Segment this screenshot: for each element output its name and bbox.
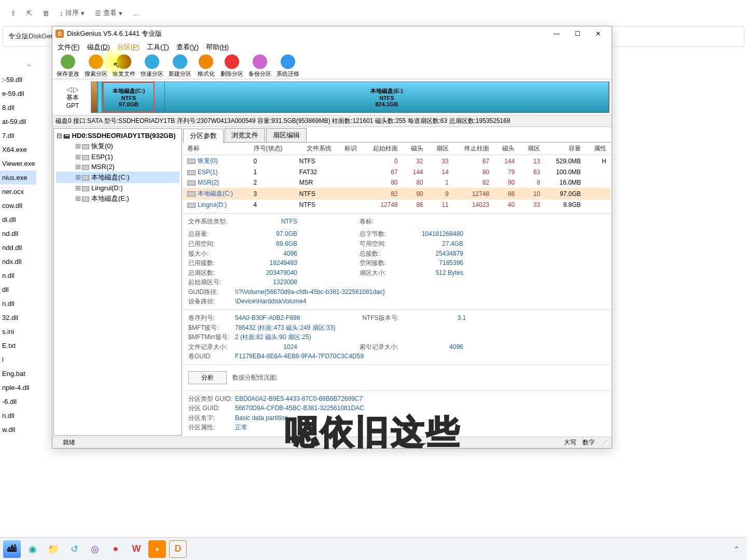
tree-item-0[interactable]: ⊞恢复(0)	[56, 141, 179, 152]
tool-3[interactable]: 快速分区	[139, 53, 165, 79]
taskbar-app-5[interactable]: ◎	[86, 540, 104, 558]
tool-8[interactable]: 系统迁移	[274, 53, 301, 79]
close-button[interactable]: ✕	[588, 26, 608, 41]
status-caps: 大写	[564, 438, 576, 447]
taskbar-app-8[interactable]: ●	[148, 540, 166, 558]
file-item[interactable]: :-59.dll	[0, 73, 36, 87]
menu-t[interactable]: 工具(T)	[144, 41, 172, 53]
tool-0[interactable]: 保存更改	[54, 53, 81, 79]
tool-5[interactable]: 格式化	[195, 53, 217, 79]
file-item[interactable]: e-59.dll	[0, 87, 36, 101]
col-header[interactable]: 文件系统	[295, 143, 336, 155]
file-item[interactable]: Eng.bat	[0, 367, 36, 381]
maximize-button[interactable]: ☐	[567, 26, 588, 41]
view-dropdown[interactable]: ☰ 查看 ▾	[95, 8, 122, 18]
file-item[interactable]: cow.dll	[0, 199, 36, 213]
file-item[interactable]: nple-4.dll	[0, 381, 36, 395]
file-item[interactable]: E.txt	[0, 339, 36, 353]
col-header[interactable]: 扇区	[427, 143, 453, 155]
col-header[interactable]: 标识	[336, 143, 361, 155]
disk-bars[interactable]: 本地磁盘(C:) NTFS 97.0GB 本地磁盘(E:) NTFS 824.1…	[91, 81, 610, 113]
partition-table: 卷标序号(状态)文件系统标识起始柱面磁头扇区终止柱面磁头扇区容量属性 恢复(0)…	[183, 143, 611, 213]
delete-icon[interactable]: 🗑	[43, 9, 49, 17]
file-item[interactable]: n.dll	[0, 409, 36, 423]
taskbar-diskgenius[interactable]: D	[169, 540, 187, 558]
file-item[interactable]: 32.dll	[0, 311, 36, 325]
tree-root[interactable]: ⊟🖴 HD0:SSDHEORIADY1TB(932GB)	[56, 131, 179, 141]
file-item[interactable]: n.dll	[0, 269, 36, 283]
resize-grip-icon[interactable]: ⋰	[601, 439, 607, 446]
file-item[interactable]: s.ini	[0, 325, 36, 339]
tab-1[interactable]: 浏览文件	[225, 128, 265, 142]
file-item[interactable]: -6.dll	[0, 395, 36, 409]
sort-dropdown[interactable]: ↕ 排序 ▾	[60, 8, 85, 18]
file-item[interactable]: Viewer.exe	[0, 157, 36, 171]
tree-item-2[interactable]: ⊞MSR(2)	[56, 162, 179, 172]
col-header[interactable]: 扇区	[519, 143, 544, 155]
menu-p[interactable]: 分区(P)	[114, 41, 143, 53]
file-item[interactable]: w.dll	[0, 423, 36, 437]
tree-item-3[interactable]: ⊞本地磁盘(C:)	[56, 172, 179, 183]
partition-bar-c[interactable]: 本地磁盘(C:) NTFS 97.0GB	[103, 82, 155, 113]
tool-1[interactable]: 搜索分区	[82, 53, 109, 79]
taskbar-explorer[interactable]: 📁	[45, 540, 62, 558]
share-icon[interactable]: ⇪	[10, 9, 16, 17]
taskbar-wps[interactable]: W	[128, 540, 145, 558]
file-item[interactable]: ndx.dll	[0, 255, 36, 269]
tree-item-1[interactable]: ⊞ESP(1)	[56, 152, 179, 162]
table-row[interactable]: MSR(2)2MSR808018290816.0MB	[183, 177, 611, 188]
file-item[interactable]: 8.dll	[0, 101, 36, 115]
allocation-label: 数据分配情况图:	[232, 374, 278, 381]
file-item[interactable]: X64.exe	[0, 143, 36, 157]
file-item[interactable]: nius.exe	[0, 171, 36, 185]
table-row[interactable]: ESP(1)1FAT326714414807963100.0MB	[183, 167, 611, 177]
tab-0[interactable]: 分区参数	[183, 129, 224, 143]
analyze-button[interactable]: 分析	[188, 371, 227, 384]
tray-chevron-icon[interactable]: ⌃	[734, 545, 740, 553]
file-item[interactable]: n.dll	[0, 297, 36, 311]
menu-v[interactable]: 查看(V)	[173, 41, 202, 53]
minimize-button[interactable]: —	[546, 26, 567, 41]
taskbar-app-4[interactable]: ↺	[65, 540, 83, 558]
menu-f[interactable]: 文件(F)	[54, 41, 83, 53]
tree-item-4[interactable]: ⊞Lingrui(D:)	[56, 183, 179, 193]
tool-4[interactable]: 新建分区	[167, 53, 193, 79]
share2-icon[interactable]: ⇱	[26, 9, 32, 17]
table-row[interactable]: Lingrui(D:)4NTFS1274886111402340339.8GB	[183, 200, 611, 210]
taskbar-app-6[interactable]: ●	[107, 540, 125, 558]
col-header[interactable]: 终止柱面	[453, 143, 493, 155]
partition-bar-d[interactable]	[155, 82, 165, 113]
col-header[interactable]: 磁头	[493, 143, 519, 155]
tool-7[interactable]: 备份分区	[246, 53, 273, 79]
col-header[interactable]: 起始柱面	[361, 143, 402, 155]
file-item[interactable]: ner.ocx	[0, 185, 36, 199]
file-item[interactable]: dll	[0, 283, 36, 297]
file-item[interactable]: ndd.dll	[0, 241, 36, 255]
col-header[interactable]: 序号(状态)	[250, 143, 295, 155]
file-item[interactable]: di.dll	[0, 213, 36, 227]
col-header[interactable]: 属性	[585, 143, 611, 155]
partition-bar-e[interactable]: 本地磁盘(E:) NTFS 824.1GB	[165, 82, 609, 113]
col-header[interactable]: 卷标	[183, 143, 250, 155]
file-item[interactable]: at-59.dll	[0, 115, 36, 129]
tree-item-5[interactable]: ⊞本地磁盘(E:)	[56, 193, 179, 204]
tab-2[interactable]: 扇区编辑	[266, 128, 307, 142]
tool-6[interactable]: 删除分区	[218, 53, 245, 79]
table-row[interactable]: 恢复(0)0NTFS032336714413529.0MBH	[183, 155, 611, 167]
prev-disk-icon[interactable]: ◁	[66, 85, 72, 93]
menu-h[interactable]: 帮助(H)	[203, 41, 232, 53]
taskbar-app-1[interactable]: 🏙	[3, 540, 21, 558]
col-header[interactable]: 磁头	[402, 143, 427, 155]
file-item[interactable]: 7.dll	[0, 129, 36, 143]
partition-bar-recovery[interactable]	[91, 82, 98, 113]
menu-d[interactable]: 磁盘(D)	[84, 41, 113, 53]
next-disk-icon[interactable]: ▷	[73, 85, 79, 93]
more-icon[interactable]: …	[133, 9, 140, 17]
taskbar-edge[interactable]: ◉	[24, 540, 42, 558]
file-item[interactable]: nd.dll	[0, 227, 36, 241]
table-row[interactable]: 本地磁盘(C:)3NTFS8290912748861097.0GB	[183, 188, 611, 200]
tree-collapse-icon[interactable]: ⌄	[26, 60, 32, 68]
partition-bar-esp[interactable]	[98, 82, 103, 113]
file-item[interactable]: l	[0, 353, 36, 367]
col-header[interactable]: 容量	[544, 143, 585, 155]
